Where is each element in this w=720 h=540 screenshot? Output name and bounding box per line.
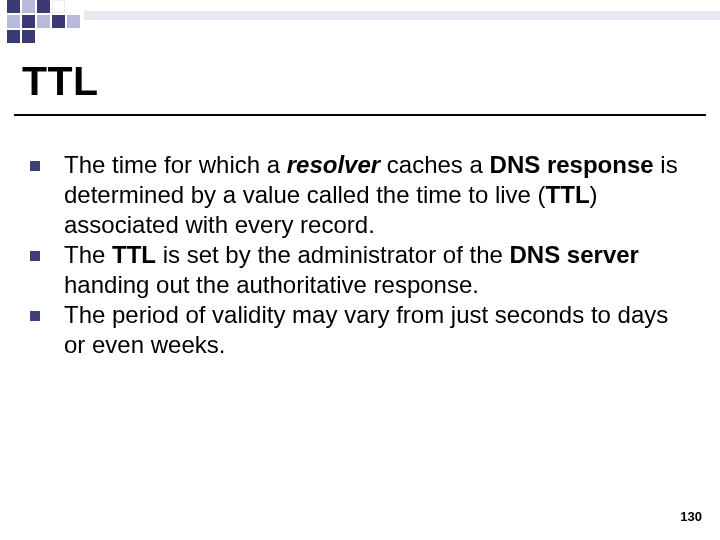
square-bullet-icon — [30, 161, 40, 171]
bullet-text: The TTL is set by the administrator of t… — [64, 240, 696, 300]
bullet-item: The period of validity may vary from jus… — [26, 300, 696, 360]
header-decoration — [0, 0, 720, 48]
page-number: 130 — [680, 509, 702, 524]
title-underline — [14, 114, 706, 116]
slide-body: The time for which a resolver caches a D… — [26, 150, 696, 360]
square-bullet-icon — [30, 311, 40, 321]
bullet-item: The TTL is set by the administrator of t… — [26, 240, 696, 300]
slide-title: TTL — [22, 58, 99, 105]
square-bullet-icon — [30, 251, 40, 261]
bullet-text: The period of validity may vary from jus… — [64, 300, 696, 360]
bullet-item: The time for which a resolver caches a D… — [26, 150, 696, 240]
bullet-text: The time for which a resolver caches a D… — [64, 150, 696, 240]
